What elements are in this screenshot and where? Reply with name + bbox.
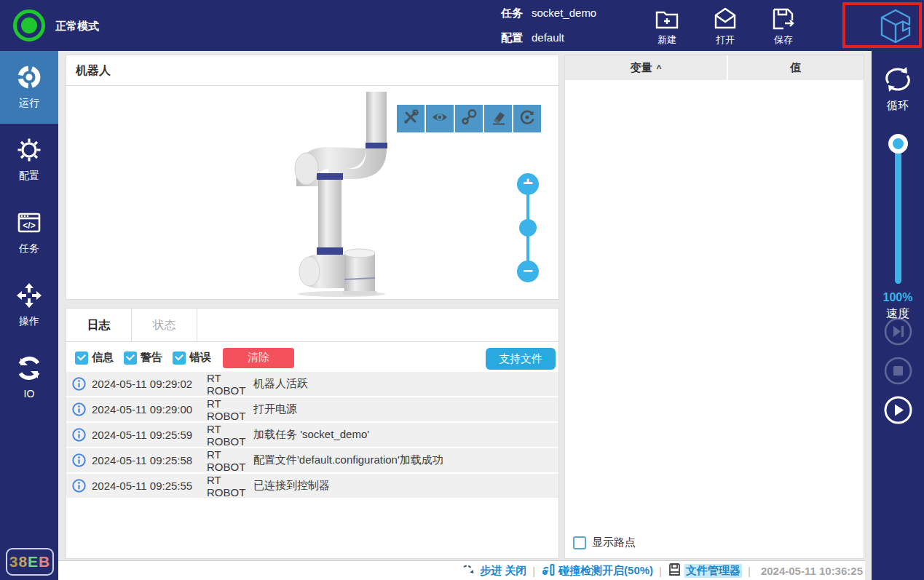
sidebar-item-operate[interactable]: 操作 <box>0 269 58 342</box>
show-waypoints-checkbox[interactable]: 显示路点 <box>573 536 636 549</box>
task-value: socket_demo <box>532 7 596 19</box>
log-message: 打开电源 <box>253 402 297 416</box>
sidebar-item-label: IO <box>0 388 58 400</box>
save-button-label: 保存 <box>760 33 807 47</box>
log-entry-row[interactable]: 2024-05-11 09:25:55 RT ROBOT 已连接到控制器 <box>66 474 558 498</box>
speed-slider-handle[interactable] <box>888 134 908 154</box>
separator: | <box>748 565 751 577</box>
badge-char: 8 <box>18 553 28 570</box>
path-icon <box>460 108 478 129</box>
sidebar-item-io[interactable]: IO <box>0 342 58 415</box>
log-message: 已连接到控制器 <box>253 479 330 493</box>
new-button-label: 新建 <box>644 33 690 47</box>
log-source: RT ROBOT <box>207 372 253 397</box>
view-tools-button[interactable] <box>397 105 425 132</box>
play-button[interactable] <box>884 396 912 424</box>
variable-column-header[interactable]: 变量^ <box>565 55 727 80</box>
file-manager-button[interactable]: 文件管理器 <box>668 563 742 579</box>
checkbox-checked-icon <box>124 351 137 365</box>
log-time: 2024-05-11 09:29:02 <box>92 378 207 390</box>
log-filter-row: 信息 警告 错误 清除 支持文件 <box>66 342 558 370</box>
move-arrows-icon <box>0 282 58 309</box>
log-message: 配置文件'default.configuration'加载成功 <box>253 453 443 467</box>
status-bar: 步进 关闭 | 碰撞检测开启(50%) | 文件管理器 | 2024-05-11… <box>58 560 865 580</box>
variable-table-header: 变量^ 值 <box>565 55 864 80</box>
collision-icon <box>541 563 558 579</box>
right-sidebar: 循环 100% 速度 <box>872 51 924 580</box>
filter-info-checkbox[interactable]: 信息 <box>75 351 114 365</box>
view-rotate-button[interactable] <box>513 105 541 132</box>
save-task-button[interactable]: 保存 <box>760 6 807 47</box>
sidebar-item-task[interactable]: </> 任务 <box>0 196 58 269</box>
robot-arm-3d-view[interactable] <box>254 92 400 302</box>
sidebar-item-label: 配置 <box>0 170 58 183</box>
open-button-label: 打开 <box>702 33 749 47</box>
open-envelope-icon <box>702 6 749 32</box>
info-icon <box>72 479 86 493</box>
checkbox-checked-icon <box>75 351 88 365</box>
filter-label: 错误 <box>189 351 211 365</box>
gear-icon <box>0 136 58 164</box>
new-folder-icon <box>644 6 690 32</box>
log-entry-row[interactable]: 2024-05-11 09:25:59 RT ROBOT 加载任务 'socke… <box>66 423 558 447</box>
value-column-label: 值 <box>791 61 802 74</box>
clear-log-button[interactable]: 清除 <box>223 348 294 368</box>
filter-error-checkbox[interactable]: 错误 <box>173 351 211 365</box>
status-timestamp: 2024-05-11 10:36:25 <box>761 565 863 577</box>
info-icon <box>72 377 86 391</box>
filter-warning-checkbox[interactable]: 警告 <box>124 351 162 365</box>
stop-icon <box>884 375 912 387</box>
zoom-slider-handle[interactable] <box>519 219 537 237</box>
variable-column-label: 变量 <box>630 61 652 74</box>
left-sidebar: 运行 配置 </> 任务 操作 IO 38EB <box>0 51 58 580</box>
filter-label: 警告 <box>141 351 162 365</box>
stop-button[interactable] <box>884 357 912 385</box>
checkbox-checked-icon <box>173 351 186 365</box>
log-entry-row[interactable]: 2024-05-11 09:29:00 RT ROBOT 打开电源 <box>66 397 558 421</box>
sidebar-item-config[interactable]: 配置 <box>0 124 58 196</box>
tab-log[interactable]: 日志 <box>66 309 132 341</box>
new-task-button[interactable]: 新建 <box>644 6 690 47</box>
filter-label: 信息 <box>92 351 114 365</box>
robot-status-light <box>13 9 45 41</box>
separator: | <box>532 565 535 577</box>
value-column-header[interactable]: 值 <box>728 55 864 80</box>
log-source: RT ROBOT <box>207 423 253 448</box>
speed-slider-track[interactable] <box>895 144 901 284</box>
open-task-button[interactable]: 打开 <box>702 6 749 47</box>
rotate-icon <box>518 108 536 129</box>
badge-char: 3 <box>9 553 19 570</box>
collision-detection-status[interactable]: 碰撞检测开启(50%) <box>541 563 653 579</box>
log-panel: 日志 状态 信息 警告 错误 清除 支持文件 2024-05-11 09:29:… <box>66 308 559 559</box>
mode-label: 正常模式 <box>55 20 99 33</box>
speed-percent: 100% <box>872 291 924 304</box>
step-forward-button[interactable] <box>884 317 912 346</box>
status-dot <box>21 17 37 33</box>
log-entry-row[interactable]: 2024-05-11 09:29:02 RT ROBOT 机器人活跃 <box>66 372 558 396</box>
view-path-button[interactable] <box>455 105 483 132</box>
badge-char: E <box>28 553 39 570</box>
log-entry-row[interactable]: 2024-05-11 09:25:58 RT ROBOT 配置文件'defaul… <box>66 448 558 472</box>
loop-button[interactable]: 循环 <box>872 51 924 113</box>
config-value: default <box>532 31 564 44</box>
view-visibility-button[interactable] <box>426 105 454 132</box>
log-time: 2024-05-11 09:25:59 <box>92 429 207 441</box>
step-mode-status[interactable]: 步进 关闭 <box>462 563 526 579</box>
svg-text:</>: </> <box>23 221 35 231</box>
brand-logo-highlight-box[interactable] <box>842 2 922 48</box>
checkbox-unchecked-icon <box>573 536 586 549</box>
zoom-out-button[interactable]: − <box>517 261 539 282</box>
log-message: 加载任务 'socket_demo' <box>253 428 369 442</box>
log-message: 机器人活跃 <box>253 377 308 391</box>
sort-caret-icon: ^ <box>656 63 661 74</box>
separator: | <box>659 565 662 577</box>
view-erase-button[interactable] <box>484 105 512 132</box>
log-source: RT ROBOT <box>207 474 253 498</box>
sidebar-item-label: 任务 <box>0 242 58 255</box>
eye-icon <box>431 108 449 129</box>
sidebar-item-run[interactable]: 运行 <box>0 51 58 124</box>
tools-icon <box>402 108 419 129</box>
info-icon <box>72 402 86 416</box>
support-file-button[interactable]: 支持文件 <box>486 348 556 370</box>
tab-status[interactable]: 状态 <box>132 309 197 341</box>
